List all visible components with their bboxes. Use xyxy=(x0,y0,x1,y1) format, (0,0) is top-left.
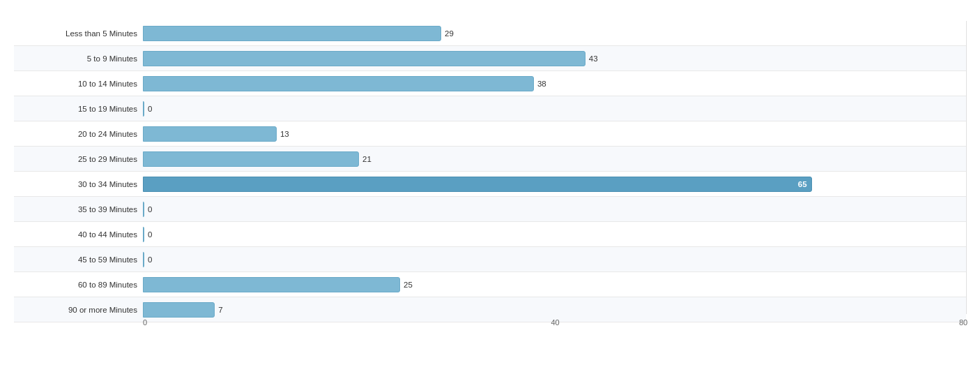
bar-value: 0 xyxy=(148,230,152,239)
bar-track: 43 xyxy=(143,51,966,66)
bar-value: 21 xyxy=(362,155,372,163)
bar-fill xyxy=(143,302,215,318)
bar-fill xyxy=(143,277,400,292)
bar-label: 15 to 19 Minutes xyxy=(14,105,143,113)
table-row: 5 to 9 Minutes43 xyxy=(14,46,966,71)
table-row: 60 to 89 Minutes25 xyxy=(14,272,966,297)
table-row: 40 to 44 Minutes0 xyxy=(14,222,966,247)
x-axis: 04080 xyxy=(143,317,966,331)
bar-label: 5 to 9 Minutes xyxy=(14,54,143,63)
bar-fill xyxy=(143,126,277,142)
bar-fill xyxy=(143,26,441,41)
bar-value: 7 xyxy=(218,306,222,314)
bar-value: 29 xyxy=(445,29,454,38)
bar-track: 38 xyxy=(143,76,966,91)
table-row: 45 to 59 Minutes0 xyxy=(14,247,966,272)
bar-track: 21 xyxy=(143,151,966,167)
bar-value: 0 xyxy=(148,105,152,113)
bar-track: 25 xyxy=(143,277,966,292)
x-axis-tick: 80 xyxy=(959,318,967,327)
bar-value: 38 xyxy=(537,80,546,88)
bar-fill: 65 xyxy=(143,177,812,192)
bar-track: 0 xyxy=(143,202,966,217)
chart-container: Less than 5 Minutes295 to 9 Minutes4310 … xyxy=(0,0,980,365)
bar-label: 10 to 14 Minutes xyxy=(14,80,143,88)
bar-value-inside: 65 xyxy=(798,180,807,188)
bar-label: 40 to 44 Minutes xyxy=(14,230,143,239)
x-axis-tick: 40 xyxy=(551,318,560,327)
bar-track: 0 xyxy=(143,101,966,117)
bar-fill xyxy=(143,227,144,242)
bar-track: 7 xyxy=(143,302,966,318)
bar-label: 25 to 29 Minutes xyxy=(14,155,143,163)
bar-label: 20 to 24 Minutes xyxy=(14,130,143,138)
bar-fill xyxy=(143,252,144,267)
bar-fill xyxy=(143,101,144,117)
bar-track: 13 xyxy=(143,126,966,142)
chart-area: Less than 5 Minutes295 to 9 Minutes4310 … xyxy=(14,21,966,314)
table-row: 30 to 34 Minutes65 xyxy=(14,172,966,197)
bar-track: 65 xyxy=(143,177,966,192)
bar-label: 30 to 34 Minutes xyxy=(14,180,143,188)
table-row: Less than 5 Minutes29 xyxy=(14,21,966,46)
bar-value: 13 xyxy=(280,130,289,138)
table-row: 35 to 39 Minutes0 xyxy=(14,197,966,222)
bar-value: 43 xyxy=(589,54,598,63)
bar-track: 0 xyxy=(143,252,966,267)
bar-fill xyxy=(143,76,534,91)
bar-fill xyxy=(143,151,359,167)
bar-fill xyxy=(143,51,585,66)
bar-label: 90 or more Minutes xyxy=(14,306,143,314)
bar-label: Less than 5 Minutes xyxy=(14,29,143,38)
table-row: 15 to 19 Minutes0 xyxy=(14,96,966,121)
bar-track: 0 xyxy=(143,227,966,242)
bar-label: 35 to 39 Minutes xyxy=(14,205,143,214)
bar-track: 29 xyxy=(143,26,966,41)
grid-line xyxy=(966,21,967,314)
bar-label: 45 to 59 Minutes xyxy=(14,255,143,264)
table-row: 20 to 24 Minutes13 xyxy=(14,121,966,147)
x-axis-tick: 0 xyxy=(143,318,147,327)
table-row: 10 to 14 Minutes38 xyxy=(14,71,966,96)
bar-fill xyxy=(143,202,144,217)
bar-value: 0 xyxy=(148,255,152,264)
bar-value: 0 xyxy=(148,205,152,214)
bar-value: 25 xyxy=(404,281,413,289)
bar-label: 60 to 89 Minutes xyxy=(14,281,143,289)
table-row: 25 to 29 Minutes21 xyxy=(14,147,966,172)
